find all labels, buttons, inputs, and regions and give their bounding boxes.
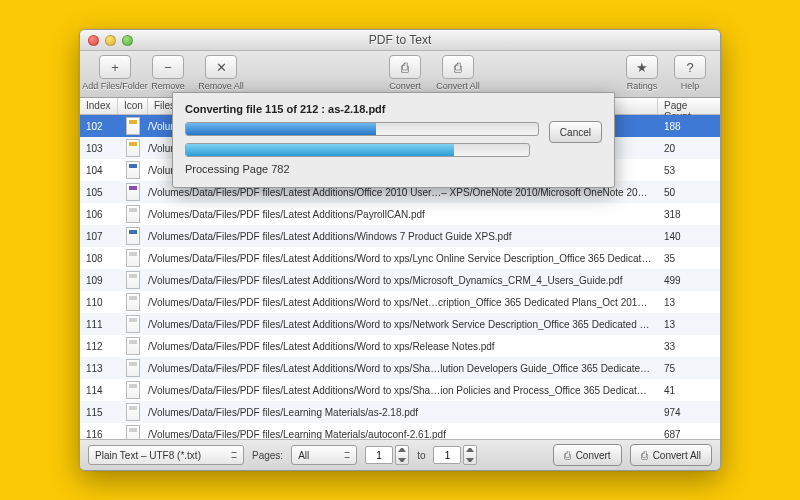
row-filepath: /Volumes/Data/Files/PDF files/Latest Add…: [148, 363, 658, 374]
table-row[interactable]: 106/Volumes/Data/Files/PDF files/Latest …: [80, 203, 720, 225]
x-icon: ✕: [205, 55, 237, 79]
row-index: 107: [80, 231, 118, 242]
col-icon[interactable]: Icon: [118, 98, 148, 114]
file-icon: [126, 271, 140, 289]
row-index: 103: [80, 143, 118, 154]
row-filepath: /Volumes/Data/Files/PDF files/Latest Add…: [148, 209, 658, 220]
row-pagecount: 33: [658, 341, 720, 352]
row-pagecount: 20: [658, 143, 720, 154]
window-title: PDF to Text: [80, 33, 720, 47]
app-window: PDF to Text + Add Files/Folder − Remove …: [79, 29, 721, 471]
toolbar: + Add Files/Folder − Remove ✕ Remove All…: [80, 51, 720, 98]
stepper-icon[interactable]: [395, 445, 409, 465]
row-pagecount: 13: [658, 297, 720, 308]
cancel-button[interactable]: Cancel: [549, 121, 602, 143]
convert-icon: ⎙: [389, 55, 421, 79]
file-icon: [126, 117, 140, 135]
row-pagecount: 50: [658, 187, 720, 198]
file-icon: [126, 359, 140, 377]
row-filepath: /Volumes/Data/Files/PDF files/Latest Add…: [148, 341, 658, 352]
row-index: 108: [80, 253, 118, 264]
remove-all-button[interactable]: ✕ Remove All: [194, 55, 248, 91]
row-index: 110: [80, 297, 118, 308]
page-from-stepper[interactable]: [365, 445, 409, 465]
stepper-icon[interactable]: [463, 445, 477, 465]
progress-title: Converting file 115 of 212 : as-2.18.pdf: [185, 103, 602, 115]
remove-button[interactable]: − Remove: [146, 55, 190, 91]
help-button[interactable]: ? Help: [668, 55, 712, 91]
table-row[interactable]: 110/Volumes/Data/Files/PDF files/Latest …: [80, 291, 720, 313]
titlebar[interactable]: PDF to Text: [80, 30, 720, 51]
convert-all-icon: ⎙: [442, 55, 474, 79]
table-row[interactable]: 116/Volumes/Data/Files/PDF files/Learnin…: [80, 423, 720, 439]
file-icon: [126, 425, 140, 439]
row-filepath: /Volumes/Data/Files/PDF files/Learning M…: [148, 407, 658, 418]
page-to-stepper[interactable]: [433, 445, 477, 465]
add-files-button[interactable]: + Add Files/Folder: [88, 55, 142, 91]
file-icon: [126, 315, 140, 333]
pages-label: Pages:: [252, 450, 283, 461]
row-pagecount: 974: [658, 407, 720, 418]
row-pagecount: 13: [658, 319, 720, 330]
pages-mode-select[interactable]: All: [291, 445, 357, 465]
row-filepath: /Volumes/Data/Files/PDF files/Latest Add…: [148, 275, 658, 286]
row-pagecount: 499: [658, 275, 720, 286]
footer-convert-all-button[interactable]: ⎙ Convert All: [630, 444, 712, 466]
footer-convert-button[interactable]: ⎙ Convert: [553, 444, 622, 466]
table-row[interactable]: 112/Volumes/Data/Files/PDF files/Latest …: [80, 335, 720, 357]
row-pagecount: 75: [658, 363, 720, 374]
file-icon: [126, 139, 140, 157]
plus-icon: +: [99, 55, 131, 79]
row-index: 115: [80, 407, 118, 418]
file-icon: [126, 337, 140, 355]
page-to-input[interactable]: [433, 446, 461, 464]
file-icon: [126, 183, 140, 201]
row-pagecount: 41: [658, 385, 720, 396]
row-index: 106: [80, 209, 118, 220]
overall-progress-bar: [185, 122, 539, 136]
row-index: 111: [80, 319, 118, 330]
col-index[interactable]: Index: [80, 98, 118, 114]
row-index: 104: [80, 165, 118, 176]
convert-all-button[interactable]: ⎙ Convert All: [431, 55, 485, 91]
row-index: 116: [80, 429, 118, 440]
convert-all-icon: ⎙: [641, 449, 648, 461]
row-index: 102: [80, 121, 118, 132]
row-pagecount: 140: [658, 231, 720, 242]
convert-icon: ⎙: [564, 449, 571, 461]
row-index: 109: [80, 275, 118, 286]
file-icon: [126, 227, 140, 245]
minus-icon: −: [152, 55, 184, 79]
row-filepath: /Volumes/Data/Files/PDF files/Latest Add…: [148, 253, 658, 264]
output-format-select[interactable]: Plain Text – UTF8 (*.txt): [88, 445, 244, 465]
row-index: 113: [80, 363, 118, 374]
page-from-input[interactable]: [365, 446, 393, 464]
file-icon: [126, 205, 140, 223]
table-row[interactable]: 111/Volumes/Data/Files/PDF files/Latest …: [80, 313, 720, 335]
convert-button[interactable]: ⎙ Convert: [383, 55, 427, 91]
row-filepath: /Volumes/Data/Files/PDF files/Latest Add…: [148, 297, 658, 308]
file-icon: [126, 249, 140, 267]
col-pages[interactable]: Page Count: [658, 98, 720, 114]
file-icon: [126, 161, 140, 179]
row-pagecount: 188: [658, 121, 720, 132]
star-icon: ★: [626, 55, 658, 79]
question-icon: ?: [674, 55, 706, 79]
table-row[interactable]: 107/Volumes/Data/Files/PDF files/Latest …: [80, 225, 720, 247]
row-pagecount: 53: [658, 165, 720, 176]
table-row[interactable]: 108/Volumes/Data/Files/PDF files/Latest …: [80, 247, 720, 269]
ratings-button[interactable]: ★ Ratings: [620, 55, 664, 91]
page-progress-bar: [185, 143, 530, 157]
table-row[interactable]: 114/Volumes/Data/Files/PDF files/Latest …: [80, 379, 720, 401]
table-row[interactable]: 115/Volumes/Data/Files/PDF files/Learnin…: [80, 401, 720, 423]
progress-status: Processing Page 782: [185, 163, 602, 175]
file-icon: [126, 403, 140, 421]
row-filepath: /Volumes/Data/Files/PDF files/Latest Add…: [148, 231, 658, 242]
table-row[interactable]: 113/Volumes/Data/Files/PDF files/Latest …: [80, 357, 720, 379]
table-row[interactable]: 109/Volumes/Data/Files/PDF files/Latest …: [80, 269, 720, 291]
row-index: 112: [80, 341, 118, 352]
row-index: 114: [80, 385, 118, 396]
progress-dialog: Converting file 115 of 212 : as-2.18.pdf…: [172, 92, 615, 188]
row-filepath: /Volumes/Data/Files/PDF files/Latest Add…: [148, 385, 658, 396]
row-filepath: /Volumes/Data/Files/PDF files/Latest Add…: [148, 319, 658, 330]
